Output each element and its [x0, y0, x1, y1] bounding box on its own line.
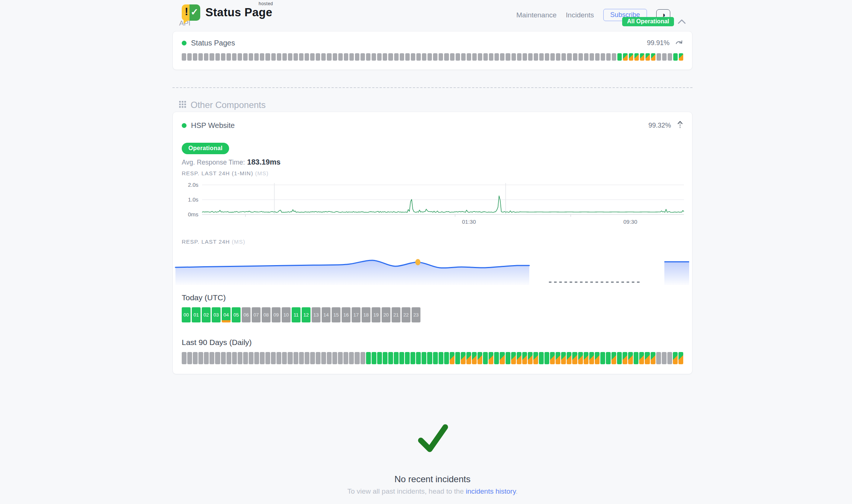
- uptime-block-split: [578, 352, 583, 364]
- uptime-block-gray: [333, 53, 337, 61]
- hour-block-14: 14: [322, 307, 331, 322]
- uptime-block-gray: [427, 53, 432, 61]
- uptime-block-split: [589, 352, 594, 364]
- uptime-block-gray: [500, 53, 504, 61]
- uptime-block-gray: [472, 53, 477, 61]
- uptime-block-green: [427, 352, 432, 364]
- hour-block-21: 21: [392, 307, 400, 322]
- grid-icon: [179, 100, 186, 110]
- uptime-block-gray: [310, 53, 315, 61]
- uptime-block-gray: [282, 352, 287, 364]
- uptime-block-gray: [254, 53, 259, 61]
- xtick-0130: 01:30: [462, 219, 476, 225]
- trend-up-icon[interactable]: [677, 121, 683, 130]
- uptime-block-gray: [494, 53, 499, 61]
- chevron-up-icon[interactable]: [678, 19, 686, 24]
- uptime-block-green: [494, 352, 499, 364]
- uptime-block-gray: [483, 53, 488, 61]
- brand-bubble-icon: ! ✓: [182, 4, 200, 21]
- other-components-title: Other Components: [191, 100, 266, 110]
- check-glyph: ✓: [191, 7, 198, 17]
- uptime-block-gray: [360, 352, 365, 364]
- uptime-block-gray: [456, 53, 460, 61]
- uptime-block-green: [617, 352, 622, 364]
- uptime-block-gray: [316, 53, 320, 61]
- chart-marker-dot: [415, 259, 420, 265]
- uptime-block-gray: [271, 352, 276, 364]
- uptime-block-gray: [338, 352, 343, 364]
- uptime-block-gray: [383, 53, 387, 61]
- component-row-hsp-website[interactable]: HSP Website 99.32%: [182, 121, 683, 130]
- uptime-block-gray: [288, 53, 292, 61]
- refresh-icon[interactable]: [675, 40, 683, 47]
- hour-block-10: 10: [282, 307, 291, 322]
- last-90-days-blocks: [182, 352, 683, 364]
- uptime-block-gray: [305, 53, 309, 61]
- uptime-block-gray: [293, 352, 298, 364]
- brand-logo[interactable]: ! ✓ Status Page hosted: [182, 4, 272, 21]
- uptime-block-gray: [238, 53, 242, 61]
- hour-block-01: 01: [192, 307, 201, 322]
- uptime-block-gray: [489, 53, 493, 61]
- component-row-status-pages[interactable]: Status Pages 99.91%: [182, 39, 683, 47]
- uptime-block-gray: [299, 352, 304, 364]
- hour-block-06: 06: [242, 307, 251, 322]
- uptime-block-gray: [327, 352, 332, 364]
- avg-response-label: Avg. Response Time:: [182, 159, 245, 166]
- chart1-title: RESP. LAST 24H (1-MIN) (MS): [182, 170, 683, 176]
- hour-block-19: 19: [372, 307, 380, 322]
- uptime-block-split: [572, 352, 577, 364]
- big-check-icon: [172, 422, 692, 456]
- uptime-block-gray: [545, 53, 549, 61]
- uptime-block-gray: [288, 352, 292, 364]
- uptime-block-gray: [243, 53, 248, 61]
- component-row-right: 99.32%: [648, 121, 683, 130]
- uptime-block-split: [517, 352, 521, 364]
- uptime-block-green: [544, 352, 549, 364]
- response-chart-daily: [173, 250, 692, 285]
- uptime-block-gray: [478, 53, 482, 61]
- uptime-block-gray: [439, 53, 443, 61]
- status-dot-green: [182, 41, 187, 45]
- uptime-block-split: [489, 352, 493, 364]
- uptime-block-split: [584, 352, 588, 364]
- uptime-block-gray: [282, 53, 287, 61]
- uptime-block-split: [466, 352, 471, 364]
- component-name: Status Pages: [191, 39, 235, 47]
- uptime-block-green: [383, 352, 388, 364]
- uptime-block-split: [629, 53, 633, 61]
- all-operational-badge[interactable]: All Operational: [622, 17, 674, 26]
- uptime-block-split: [678, 352, 683, 364]
- uptime-block-gray: [332, 352, 337, 364]
- uptime-block-gray: [260, 53, 264, 61]
- uptime-block-green: [673, 53, 678, 61]
- ytick-0ms: 0ms: [188, 211, 198, 217]
- uptime-block-gray: [595, 53, 600, 61]
- uptime-block-gray: [187, 352, 192, 364]
- uptime-block-green: [410, 352, 415, 364]
- uptime-block-gray: [209, 352, 214, 364]
- nav-incidents[interactable]: Incidents: [566, 11, 594, 19]
- uptime-block-gray: [277, 53, 281, 61]
- uptime-block-green: [372, 352, 376, 364]
- uptime-block-split: [640, 53, 644, 61]
- chart2-title: RESP. LAST 24H (MS): [182, 239, 683, 245]
- uptime-block-green: [606, 352, 611, 364]
- uptime-block-green: [600, 352, 605, 364]
- no-incidents-section: No recent incidents To view all past inc…: [172, 422, 692, 495]
- incidents-history-link[interactable]: incidents history: [466, 487, 516, 495]
- uptime-block-gray: [388, 53, 393, 61]
- uptime-block-split: [595, 352, 600, 364]
- uptime-block-split: [461, 352, 466, 364]
- uptime-block-split: [611, 352, 616, 364]
- uptime-block-gray: [232, 53, 237, 61]
- uptime-block-gray: [227, 53, 231, 61]
- nav-maintenance[interactable]: Maintenance: [516, 11, 557, 19]
- uptime-block-gray: [578, 53, 583, 61]
- uptime-block-gray: [534, 53, 538, 61]
- exclamation-glyph: !: [185, 6, 188, 18]
- uptime-blocks-bar: [182, 53, 683, 61]
- uptime-block-gray: [528, 53, 533, 61]
- hour-block-18: 18: [362, 307, 370, 322]
- uptime-block-green: [388, 352, 393, 364]
